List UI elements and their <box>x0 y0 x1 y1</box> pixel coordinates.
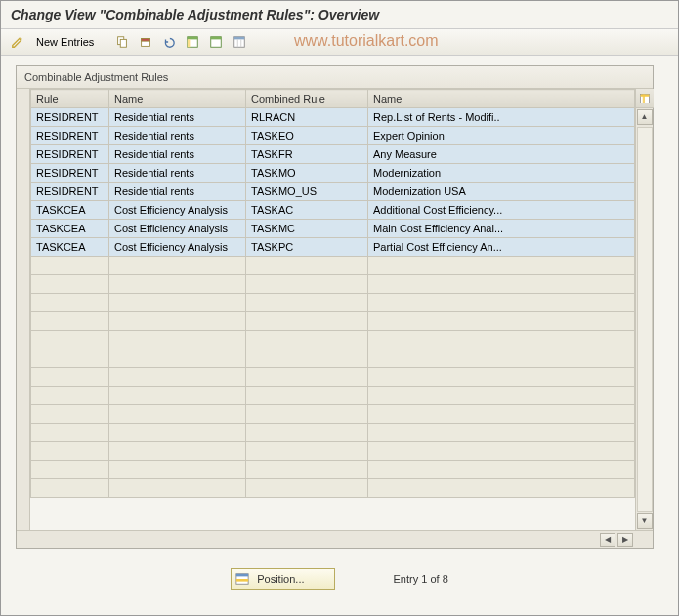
cell-name1[interactable] <box>109 479 246 498</box>
cell-name1[interactable]: Residential rents <box>109 145 246 164</box>
cell-rule[interactable] <box>31 349 109 368</box>
table-row[interactable] <box>31 257 635 275</box>
table-row[interactable] <box>31 331 635 349</box>
cell-name1[interactable] <box>109 368 246 387</box>
cell-name2[interactable] <box>368 257 635 275</box>
cell-crule[interactable]: TASKMO_US <box>246 183 368 201</box>
cell-crule[interactable] <box>246 294 368 312</box>
table-row[interactable] <box>31 349 635 368</box>
cell-rule[interactable] <box>31 424 109 442</box>
table-row[interactable] <box>31 479 635 498</box>
cell-rule[interactable] <box>31 405 109 424</box>
cell-rule[interactable]: RESIDRENT <box>31 164 109 183</box>
cell-name1[interactable]: Residential rents <box>109 164 246 183</box>
cell-name1[interactable] <box>109 294 246 312</box>
cell-rule[interactable] <box>31 387 109 405</box>
cell-name1[interactable]: Residential rents <box>109 127 246 145</box>
table-settings-icon[interactable] <box>229 32 250 52</box>
cell-rule[interactable]: RESIDRENT <box>31 183 109 201</box>
cell-name2[interactable] <box>368 331 635 349</box>
cell-name1[interactable]: Cost Efficiency Analysis <box>109 201 246 220</box>
cell-name1[interactable] <box>109 424 246 442</box>
cell-crule[interactable] <box>246 349 368 368</box>
copy-icon[interactable] <box>111 32 133 52</box>
scroll-right-button[interactable]: ▶ <box>617 533 633 547</box>
table-row[interactable] <box>31 312 635 331</box>
cell-rule[interactable] <box>31 331 109 349</box>
cell-crule[interactable] <box>246 461 368 479</box>
cell-name1[interactable] <box>109 312 246 331</box>
cell-name2[interactable] <box>368 387 635 405</box>
table-row[interactable] <box>31 405 635 424</box>
cell-crule[interactable] <box>246 257 368 275</box>
cell-name2[interactable]: Main Cost Efficiency Anal... <box>368 220 635 238</box>
cell-name2[interactable]: Rep.List of Rents - Modifi.. <box>368 108 635 127</box>
cell-crule[interactable] <box>246 312 368 331</box>
cell-name1[interactable]: Residential rents <box>109 108 246 127</box>
cell-rule[interactable] <box>31 479 109 498</box>
table-row[interactable]: RESIDRENTResidential rentsRLRACNRep.List… <box>31 108 635 127</box>
cell-name2[interactable]: Additional Cost Efficiency... <box>368 201 635 220</box>
table-row[interactable] <box>31 275 635 294</box>
cell-name1[interactable] <box>109 349 246 368</box>
cell-crule[interactable] <box>246 424 368 442</box>
cell-name2[interactable] <box>368 461 635 479</box>
cell-name1[interactable] <box>109 387 246 405</box>
cell-name2[interactable]: Any Measure <box>368 145 635 164</box>
cell-crule[interactable]: TASKMO <box>246 164 368 183</box>
table-row[interactable] <box>31 387 635 405</box>
delete-icon[interactable] <box>135 32 156 52</box>
cell-rule[interactable] <box>31 275 109 294</box>
table-row[interactable]: TASKCEACost Efficiency AnalysisTASKACAdd… <box>31 201 635 220</box>
cell-name1[interactable] <box>109 442 246 461</box>
cell-name2[interactable] <box>368 294 635 312</box>
table-row[interactable]: TASKCEACost Efficiency AnalysisTASKPCPar… <box>31 238 635 257</box>
cell-rule[interactable]: RESIDRENT <box>31 127 109 145</box>
cell-crule[interactable]: TASKFR <box>246 145 368 164</box>
configure-columns-icon[interactable] <box>636 89 654 108</box>
scroll-track[interactable] <box>637 127 653 512</box>
cell-rule[interactable]: TASKCEA <box>31 238 109 257</box>
cell-rule[interactable] <box>31 312 109 331</box>
cell-crule[interactable] <box>246 387 368 405</box>
table-row[interactable]: RESIDRENTResidential rentsTASKFRAny Meas… <box>31 145 635 164</box>
cell-rule[interactable] <box>31 294 109 312</box>
table-row[interactable] <box>31 461 635 479</box>
table-row[interactable]: RESIDRENTResidential rentsTASKMOModerniz… <box>31 164 635 183</box>
cell-rule[interactable]: TASKCEA <box>31 220 109 238</box>
scroll-left-button[interactable]: ◀ <box>600 533 615 547</box>
table-row[interactable]: RESIDRENTResidential rentsTASKMO_USModer… <box>31 183 635 201</box>
cell-name1[interactable]: Cost Efficiency Analysis <box>109 238 246 257</box>
table-row[interactable]: RESIDRENTResidential rentsTASKEOExpert O… <box>31 127 635 145</box>
cell-name2[interactable] <box>368 368 635 387</box>
cell-name1[interactable] <box>109 275 246 294</box>
col-name[interactable]: Name <box>109 90 246 108</box>
undo-icon[interactable] <box>158 32 180 52</box>
cell-name2[interactable] <box>368 479 635 498</box>
scroll-up-button[interactable]: ▲ <box>637 109 653 125</box>
cell-name2[interactable] <box>368 442 635 461</box>
cell-name2[interactable] <box>368 349 635 368</box>
scroll-down-button[interactable]: ▼ <box>637 513 653 529</box>
col-combined-rule[interactable]: Combined Rule <box>246 90 368 108</box>
cell-name2[interactable] <box>368 424 635 442</box>
cell-rule[interactable] <box>31 461 109 479</box>
col-name2[interactable]: Name <box>368 90 635 108</box>
cell-name2[interactable]: Modernization USA <box>368 183 635 201</box>
cell-name2[interactable] <box>368 312 635 331</box>
cell-name2[interactable] <box>368 275 635 294</box>
cell-rule[interactable] <box>31 368 109 387</box>
cell-name1[interactable] <box>109 461 246 479</box>
cell-crule[interactable]: TASKAC <box>246 201 368 220</box>
deselect-all-icon[interactable] <box>205 32 227 52</box>
cell-crule[interactable] <box>246 479 368 498</box>
cell-name1[interactable] <box>109 405 246 424</box>
cell-crule[interactable] <box>246 275 368 294</box>
cell-rule[interactable] <box>31 442 109 461</box>
cell-crule[interactable]: TASKMC <box>246 220 368 238</box>
row-selector-gutter[interactable] <box>17 89 30 530</box>
change-toggle-icon[interactable] <box>7 32 28 52</box>
cell-rule[interactable]: RESIDRENT <box>31 145 109 164</box>
table-row[interactable]: TASKCEACost Efficiency AnalysisTASKMCMai… <box>31 220 635 238</box>
col-rule[interactable]: Rule <box>31 90 109 108</box>
